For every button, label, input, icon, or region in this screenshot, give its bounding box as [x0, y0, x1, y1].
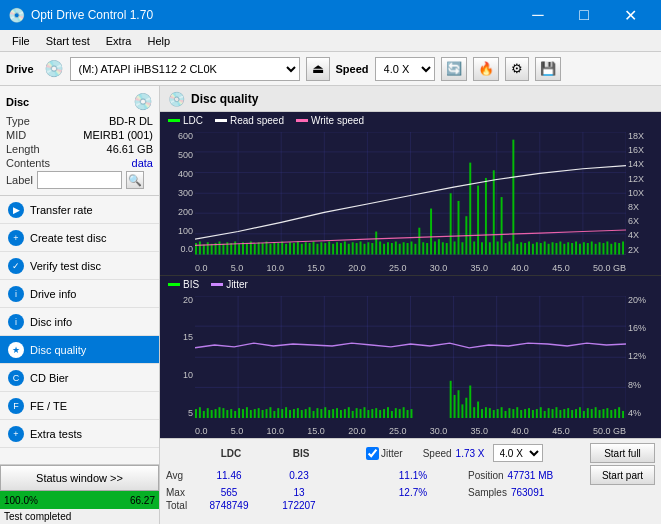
nav-create-test-disc[interactable]: + Create test disc	[0, 224, 159, 252]
nav-label-create-test-disc: Create test disc	[30, 232, 106, 244]
minimize-button[interactable]: ─	[515, 0, 561, 30]
menu-file[interactable]: File	[4, 33, 38, 49]
svg-rect-199	[454, 394, 456, 418]
x2-40: 40.0	[511, 426, 529, 436]
svg-rect-65	[383, 244, 385, 255]
length-value: 46.61 GB	[107, 143, 153, 155]
nav-fe-te[interactable]: F FE / TE	[0, 392, 159, 420]
svg-rect-28	[238, 244, 240, 255]
chart-ldc: LDC Read speed Write speed 600 500 40	[160, 112, 661, 276]
disc-section-title: Disc	[6, 96, 29, 108]
svg-rect-80	[442, 242, 444, 254]
chart1-svg	[195, 132, 626, 255]
app-title: Opti Drive Control 1.70	[31, 8, 153, 22]
label-browse-button[interactable]: 🔍	[126, 171, 144, 189]
svg-rect-35	[266, 241, 268, 254]
svg-rect-110	[559, 241, 561, 254]
svg-rect-201	[461, 404, 463, 418]
svg-rect-170	[305, 409, 307, 418]
menu-start-test[interactable]: Start test	[38, 33, 98, 49]
svg-rect-74	[418, 228, 420, 255]
menu-extra[interactable]: Extra	[98, 33, 140, 49]
svg-rect-88	[473, 241, 475, 254]
svg-rect-232	[583, 410, 585, 418]
svg-rect-162	[273, 410, 275, 418]
burn-button[interactable]: 🔥	[473, 57, 499, 81]
y1r-label-8x: 8X	[628, 203, 661, 212]
svg-rect-33	[258, 242, 260, 254]
samples-value: 763091	[511, 487, 544, 498]
ldc-avg: 11.46	[194, 470, 264, 481]
stats-total-row: Total 8748749 172207	[166, 500, 655, 511]
y2-label-10: 10	[183, 371, 193, 380]
svg-rect-103	[532, 244, 534, 255]
samples-label: Samples	[468, 487, 507, 498]
x2-30: 30.0	[430, 426, 448, 436]
nav-cd-bier[interactable]: C CD Bier	[0, 364, 159, 392]
svg-rect-196	[407, 410, 409, 418]
read-speed-color	[215, 119, 227, 122]
svg-rect-240	[614, 409, 616, 418]
svg-rect-215	[516, 407, 518, 418]
nav-transfer-rate[interactable]: ▶ Transfer rate	[0, 196, 159, 224]
svg-rect-152	[234, 410, 236, 418]
progress-text: 100.0%	[0, 495, 38, 506]
svg-rect-105	[540, 243, 542, 254]
menu-help[interactable]: Help	[139, 33, 178, 49]
nav-verify-test-disc[interactable]: ✓ Verify test disc	[0, 252, 159, 280]
svg-rect-144	[203, 410, 205, 418]
svg-rect-220	[536, 409, 538, 418]
svg-rect-158	[258, 408, 260, 418]
svg-rect-148	[219, 407, 221, 418]
svg-rect-43	[297, 241, 299, 254]
chart1-y-axis-right: 18X 16X 14X 12X 10X 8X 6X 4X 2X	[626, 132, 661, 255]
settings-button[interactable]: ⚙	[505, 57, 529, 81]
speed-select[interactable]: 4.0 X	[375, 57, 435, 81]
svg-rect-228	[567, 408, 569, 418]
disc-eject-icon[interactable]: 💿	[133, 92, 153, 111]
svg-rect-114	[575, 241, 577, 254]
start-part-button[interactable]: Start part	[590, 465, 655, 485]
jitter-checkbox[interactable]	[366, 447, 379, 460]
refresh-button[interactable]: 🔄	[441, 57, 467, 81]
nav-extra-tests[interactable]: + Extra tests	[0, 420, 159, 448]
bis-total: 172207	[264, 500, 334, 511]
x2-50: 50.0 GB	[593, 426, 626, 436]
maximize-button[interactable]: □	[561, 0, 607, 30]
drive-label: Drive	[6, 63, 34, 75]
svg-rect-173	[316, 408, 318, 418]
content-title: Disc quality	[191, 92, 258, 106]
save-button[interactable]: 💾	[535, 57, 561, 81]
max-label: Max	[166, 487, 194, 498]
x1-35: 35.0	[471, 263, 489, 273]
svg-rect-217	[524, 409, 526, 418]
svg-rect-190	[383, 409, 385, 418]
mid-value: MEIRB1 (001)	[83, 129, 153, 141]
svg-rect-172	[313, 410, 315, 418]
drive-select[interactable]: (M:) ATAPI iHBS112 2 CL0K	[70, 57, 300, 81]
legend-jitter: Jitter	[211, 279, 248, 290]
bis-color	[168, 283, 180, 286]
svg-rect-174	[320, 409, 322, 418]
eject-button[interactable]: ⏏	[306, 57, 330, 81]
ldc-total: 8748749	[194, 500, 264, 511]
status-window-button[interactable]: Status window >>	[0, 465, 159, 491]
nav-icon-extra: +	[8, 426, 24, 442]
svg-rect-197	[411, 409, 413, 418]
x1-0: 0.0	[195, 263, 208, 273]
nav-icon-cd-bier: C	[8, 370, 24, 386]
svg-rect-62	[371, 243, 373, 254]
nav-disc-info[interactable]: i Disc info	[0, 308, 159, 336]
y2-label-5: 5	[188, 409, 193, 418]
svg-rect-118	[591, 241, 593, 254]
nav-disc-quality[interactable]: ★ Disc quality	[0, 336, 159, 364]
label-input[interactable]	[37, 171, 122, 189]
nav-drive-info[interactable]: i Drive info	[0, 280, 159, 308]
speed-label: Speed	[336, 63, 369, 75]
start-full-button[interactable]: Start full	[590, 443, 655, 463]
svg-rect-125	[618, 243, 620, 254]
svg-rect-157	[254, 409, 256, 418]
close-button[interactable]: ✕	[607, 0, 653, 30]
speed-combo-select[interactable]: 4.0 X	[493, 444, 543, 462]
svg-rect-206	[481, 409, 483, 418]
